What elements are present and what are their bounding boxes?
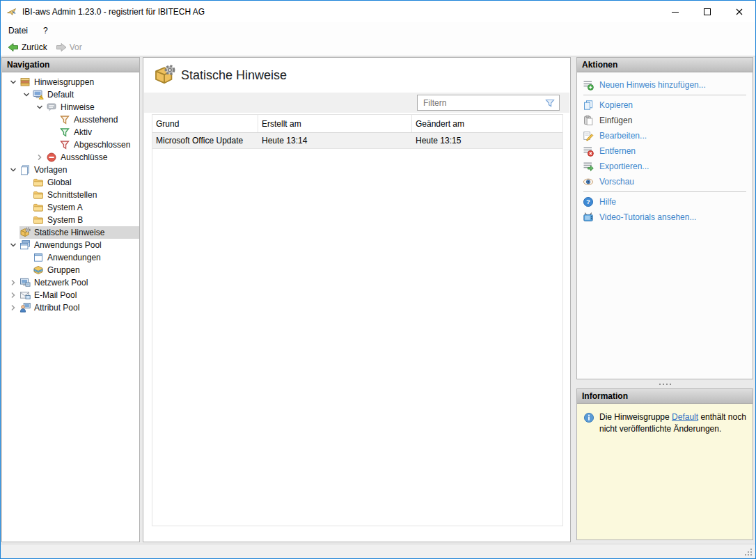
add-notice-icon (583, 79, 594, 90)
toolbar: Zurück Vor (1, 38, 755, 56)
filter-strip (144, 93, 569, 113)
tree-item-body: Default (33, 88, 139, 101)
tree-item-body: Attribut Pool (19, 301, 139, 314)
tree-item-body: Statische Hinweise (19, 226, 139, 239)
expander-spacer (6, 227, 19, 238)
tree-item-netzwerk-pool[interactable]: Netzwerk Pool (2, 276, 139, 289)
tree-item-body: Hinweise (46, 101, 139, 113)
video-tutorials-icon (583, 212, 594, 223)
action-entfernen[interactable]: Entfernen (577, 143, 753, 159)
filter-input[interactable] (418, 98, 544, 108)
tree-item-statische-hinweise[interactable]: Statische Hinweise (2, 226, 139, 239)
chevron-down-icon[interactable] (6, 239, 19, 251)
chevron-right-icon[interactable] (33, 152, 46, 163)
folder-icon (33, 177, 44, 188)
action-label: Hilfe (599, 197, 616, 207)
tree-item-anwendungen[interactable]: Anwendungen (2, 251, 139, 264)
tree-item-body: Gruppen (33, 264, 139, 276)
expander-spacer (46, 114, 59, 125)
chevron-down-icon[interactable] (33, 102, 46, 113)
tree-item-hinweise[interactable]: Hinweise (2, 101, 139, 113)
chevron-right-icon[interactable] (6, 290, 19, 301)
tree-item-hinweisgruppen[interactable]: Hinweisgruppen (2, 76, 139, 88)
hinweisgruppe-default-link[interactable]: Default (672, 412, 698, 422)
expander-spacer (19, 252, 33, 263)
tree-item-body: Hinweisgruppen (19, 76, 139, 88)
static-notices-icon (19, 227, 31, 238)
tree-indent (2, 270, 19, 271)
tree-item-ausschlüsse[interactable]: Ausschlüsse (2, 151, 139, 164)
tree-item-schnittstellen[interactable]: Schnittstellen (2, 189, 139, 201)
notices-icon (46, 102, 57, 113)
static-notices-icon (153, 64, 175, 86)
tree-item-vorlagen[interactable]: Vorlagen (2, 164, 139, 176)
action-label: Vorschau (599, 177, 634, 187)
chevron-right-icon[interactable] (6, 277, 19, 288)
action-kopieren[interactable]: Kopieren (577, 97, 753, 113)
column-header-grund[interactable]: Grund (152, 115, 258, 132)
tree-item-global[interactable]: Global (2, 176, 139, 189)
resize-grip[interactable] (742, 546, 753, 557)
table-row[interactable]: Microsoft Office UpdateHeute 13:14Heute … (152, 133, 562, 149)
panel-splitter-handle[interactable] (576, 380, 753, 388)
action-label: Einfügen (599, 116, 632, 125)
chevron-down-icon[interactable] (19, 89, 33, 100)
close-button[interactable] (723, 1, 755, 22)
tree-item-default[interactable]: Default (2, 88, 139, 101)
tree-indent (2, 120, 46, 120)
tree-item-system-a[interactable]: System A (2, 201, 139, 214)
tree-item-gruppen[interactable]: Gruppen (2, 264, 139, 276)
chevron-down-icon[interactable] (6, 77, 19, 88)
actions-header: Aktionen (577, 58, 753, 72)
folder-icon (33, 202, 44, 213)
maximize-button[interactable] (691, 1, 723, 22)
tree-item-label: System A (44, 203, 87, 212)
action-label: Kopieren (599, 100, 633, 110)
chevron-right-icon[interactable] (6, 302, 19, 313)
column-header-erstellt-am[interactable]: Erstellt am (258, 115, 412, 132)
action-exportieren[interactable]: Exportieren... (577, 159, 753, 174)
window-controls (659, 1, 755, 22)
action-label: Exportieren... (599, 162, 649, 171)
tree-item-body: System A (33, 201, 139, 214)
action-neuen-hinweis-hinzufügen[interactable]: Neuen Hinweis hinzufügen... (577, 77, 753, 93)
tree-item-label: Anwendungen (44, 253, 105, 262)
menu-item-datei[interactable]: Datei (1, 22, 36, 38)
export-icon (583, 161, 594, 172)
action-einfügen[interactable]: Einfügen (577, 113, 753, 128)
tree-item-ausstehend[interactable]: Ausstehend (2, 113, 139, 126)
tree-indent (2, 95, 19, 95)
tree-item-aktiv[interactable]: Aktiv (2, 126, 139, 139)
back-button[interactable]: Zurück (3, 39, 52, 56)
tree-item-anwendungs-pool[interactable]: Anwendungs Pool (2, 239, 139, 251)
main-panel: Statische Hinweise GrundErstellt amGeänd… (143, 57, 571, 542)
tree-item-label: Hinweisgruppen (31, 77, 98, 87)
minimize-button[interactable] (659, 1, 691, 22)
tree-item-label: Anwendungs Pool (31, 240, 106, 250)
chevron-down-icon[interactable] (6, 164, 19, 175)
forward-button[interactable]: Vor (52, 39, 86, 56)
expander-spacer (19, 265, 33, 276)
tree-item-abgeschlossen[interactable]: Abgeschlossen (2, 139, 139, 151)
table-cell: Heute 13:15 (412, 133, 562, 148)
folder-icon (33, 189, 44, 200)
filter-funnel-icon[interactable] (544, 97, 556, 109)
tree-item-e-mail-pool[interactable]: E-Mail Pool (2, 289, 139, 301)
column-header-geändert-am[interactable]: Geändert am (412, 115, 562, 132)
tree-item-label: Global (44, 178, 76, 187)
table-cell: Microsoft Office Update (152, 133, 258, 148)
tree-item-label: Ausstehend (70, 115, 122, 125)
action-vorschau[interactable]: Vorschau (577, 174, 753, 189)
page-title: Statische Hinweise (181, 58, 287, 93)
action-separator (583, 191, 746, 192)
action-bearbeiten[interactable]: Bearbeiten... (577, 128, 753, 143)
action-video-tutorials-ansehen[interactable]: Video-Tutorials ansehen... (577, 210, 753, 225)
tree-item-attribut-pool[interactable]: Attribut Pool (2, 301, 139, 314)
menu-item-help[interactable]: ? (36, 22, 56, 38)
back-button-label: Zurück (22, 42, 47, 52)
attribute-pool-icon (19, 302, 31, 313)
title-bar: IBI-aws Admin 1.23.0 - registriert für I… (1, 1, 755, 22)
action-hilfe[interactable]: ?Hilfe (577, 194, 753, 210)
folder-icon (33, 214, 44, 226)
tree-item-system-b[interactable]: System B (2, 214, 139, 226)
